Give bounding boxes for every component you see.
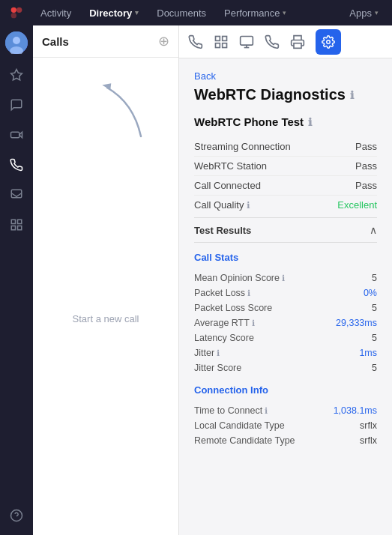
result-row: Call Connected Pass bbox=[194, 176, 377, 196]
calls-header: Calls ⊕ bbox=[33, 25, 178, 58]
page-title: WebRTC Diagnostics ℹ bbox=[194, 86, 377, 103]
conn-value: srflx bbox=[360, 435, 377, 446]
connection-info-rows: Time to Connectℹ 1,038.1ms Local Candida… bbox=[194, 403, 377, 448]
toolbar-printer-icon[interactable] bbox=[290, 34, 305, 49]
connection-info-row: Remote Candidate Type srflx bbox=[194, 433, 377, 448]
nav-directory[interactable]: Directory ▾ bbox=[82, 4, 146, 22]
svg-point-0 bbox=[11, 7, 16, 13]
stat-value: 29,333ms bbox=[336, 318, 377, 328]
sidebar-item-phone[interactable] bbox=[3, 151, 30, 178]
nav-activity[interactable]: Activity bbox=[33, 4, 79, 22]
stat-info-icon[interactable]: ℹ bbox=[217, 348, 220, 358]
page-title-info-icon[interactable]: ℹ bbox=[350, 89, 354, 101]
nav-performance[interactable]: Performance ▾ bbox=[217, 4, 294, 22]
webrtc-panel: Back WebRTC Diagnostics ℹ WebRTC Phone T… bbox=[179, 25, 392, 535]
result-label: Call Connected bbox=[194, 180, 261, 191]
sidebar-item-message[interactable] bbox=[3, 181, 30, 208]
test-results-label: Test Results bbox=[194, 225, 251, 236]
result-label: Call Qualityℹ bbox=[194, 199, 250, 211]
svg-point-4 bbox=[13, 37, 20, 44]
svg-rect-18 bbox=[223, 36, 227, 40]
result-rows: Streaming Connection Pass WebRTC Station… bbox=[194, 137, 377, 214]
sidebar-item-video[interactable] bbox=[3, 121, 30, 148]
svg-marker-6 bbox=[11, 70, 22, 80]
stat-label: Latency Score bbox=[194, 333, 254, 343]
sidebar-item-apps[interactable] bbox=[3, 211, 30, 238]
svg-point-1 bbox=[16, 7, 22, 13]
top-nav: Activity Directory ▾ Documents Performan… bbox=[0, 0, 392, 25]
connection-info-row: Local Candidate Type srflx bbox=[194, 418, 377, 433]
stat-value: 5 bbox=[372, 333, 377, 343]
result-value: Pass bbox=[355, 180, 377, 191]
apps-chevron-icon: ▾ bbox=[375, 9, 379, 16]
svg-rect-17 bbox=[216, 36, 220, 40]
stat-row: Mean Opinion Scoreℹ 5 bbox=[194, 270, 377, 285]
svg-rect-20 bbox=[223, 43, 227, 47]
stat-info-icon[interactable]: ℹ bbox=[247, 288, 250, 298]
call-stat-rows: Mean Opinion Scoreℹ 5 Packet Lossℹ 0% Pa… bbox=[194, 270, 377, 375]
svg-rect-13 bbox=[18, 226, 22, 230]
toolbar-grid-icon[interactable] bbox=[214, 34, 229, 49]
conn-value: srflx bbox=[360, 420, 377, 431]
directory-chevron-icon: ▾ bbox=[135, 9, 139, 16]
stat-label: Jitter Score bbox=[194, 363, 241, 373]
connection-info-row: Time to Connectℹ 1,038.1ms bbox=[194, 403, 377, 418]
conn-label: Remote Candidate Type bbox=[194, 435, 295, 446]
calls-title: Calls bbox=[42, 35, 69, 48]
back-link[interactable]: Back bbox=[194, 70, 377, 82]
svg-rect-24 bbox=[294, 43, 301, 48]
connection-info-title: Connection Info bbox=[194, 384, 377, 396]
svg-rect-21 bbox=[241, 36, 253, 45]
conn-value: 1,038.1ms bbox=[334, 405, 377, 416]
sidebar-item-help[interactable] bbox=[3, 502, 30, 529]
test-results-toggle[interactable]: Test Results ∧ bbox=[194, 217, 377, 243]
conn-label: Local Candidate Type bbox=[194, 420, 285, 431]
avatar[interactable] bbox=[5, 31, 28, 54]
stat-info-icon[interactable]: ℹ bbox=[252, 318, 255, 328]
nav-documents[interactable]: Documents bbox=[149, 4, 214, 22]
test-results-chevron-icon: ∧ bbox=[370, 224, 377, 236]
conn-info-icon[interactable]: ℹ bbox=[265, 406, 268, 416]
toolbar-phone-alt-icon[interactable] bbox=[188, 34, 203, 49]
conn-label: Time to Connectℹ bbox=[194, 405, 268, 416]
svg-rect-7 bbox=[11, 132, 19, 138]
svg-rect-19 bbox=[216, 43, 220, 47]
webrtc-content: Back WebRTC Diagnostics ℹ WebRTC Phone T… bbox=[179, 58, 392, 535]
call-stats-title: Call Stats bbox=[194, 252, 377, 263]
sidebar-item-star[interactable] bbox=[3, 61, 30, 88]
stat-value: 5 bbox=[372, 273, 377, 283]
sidebar bbox=[0, 25, 33, 535]
stat-row: Average RTTℹ 29,333ms bbox=[194, 315, 377, 330]
result-row: Call Qualityℹ Excellent bbox=[194, 196, 377, 214]
start-call-text: Start a new call bbox=[73, 313, 139, 324]
stat-value: 5 bbox=[372, 363, 377, 373]
sidebar-item-chat[interactable] bbox=[3, 91, 30, 118]
phone-test-info-icon[interactable]: ℹ bbox=[308, 116, 312, 128]
toolbar-phone-icon[interactable] bbox=[265, 34, 280, 49]
stat-value: 5 bbox=[372, 303, 377, 313]
performance-chevron-icon: ▾ bbox=[283, 9, 286, 16]
nav-apps[interactable]: Apps ▾ bbox=[342, 4, 386, 22]
toolbar-gear-icon[interactable] bbox=[316, 29, 341, 55]
stat-label: Mean Opinion Scoreℹ bbox=[194, 273, 285, 283]
stat-value: 1ms bbox=[359, 348, 377, 358]
stat-row: Packet Lossℹ 0% bbox=[194, 285, 377, 300]
app-logo bbox=[6, 2, 27, 23]
result-info-icon[interactable]: ℹ bbox=[247, 200, 250, 211]
result-row: WebRTC Station Pass bbox=[194, 157, 377, 176]
svg-point-25 bbox=[327, 40, 331, 43]
add-call-button[interactable]: ⊕ bbox=[158, 33, 169, 49]
stat-row: Jitter Score 5 bbox=[194, 360, 377, 375]
result-row: Streaming Connection Pass bbox=[194, 137, 377, 157]
stat-row: Jitterℹ 1ms bbox=[194, 345, 377, 360]
svg-point-2 bbox=[11, 13, 16, 18]
svg-rect-11 bbox=[18, 220, 22, 223]
stat-row: Packet Loss Score 5 bbox=[194, 300, 377, 315]
svg-rect-12 bbox=[11, 226, 15, 230]
toolbar-monitor-icon[interactable] bbox=[239, 34, 254, 49]
calls-panel: Calls ⊕ Start a new call bbox=[33, 25, 179, 535]
result-value: Excellent bbox=[337, 199, 377, 211]
stat-label: Packet Lossℹ bbox=[194, 288, 250, 298]
stat-info-icon[interactable]: ℹ bbox=[282, 273, 285, 283]
calls-empty-state: Start a new call bbox=[33, 58, 178, 535]
